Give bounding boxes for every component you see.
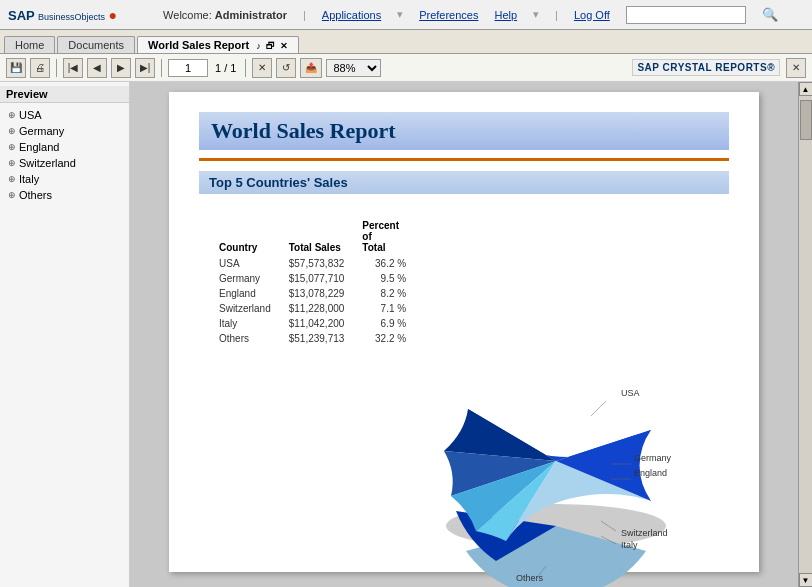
crystal-reports-logo: SAP CRYSTAL REPORTS® xyxy=(632,59,780,76)
sales-switzerland: $11,228,000 xyxy=(281,302,353,315)
help-link[interactable]: Help xyxy=(494,9,517,21)
report-page: World Sales Report Top 5 Countries' Sale… xyxy=(169,92,759,572)
table-row: Germany $15,077,710 9.5 % xyxy=(211,272,414,285)
sap-logo: SAP BusinessObjects ● xyxy=(8,7,117,23)
sales-usa: $57,573,832 xyxy=(281,257,353,270)
logoff-link[interactable]: Log Off xyxy=(574,9,610,21)
sales-others: $51,239,713 xyxy=(281,332,353,345)
preview-header: Preview xyxy=(0,86,129,103)
pct-switzerland: 7.1 % xyxy=(354,302,414,315)
logo-area: SAP BusinessObjects ● xyxy=(8,7,117,23)
applications-link[interactable]: Applications xyxy=(322,9,381,21)
left-panel: Preview ⊕ USA ⊕ Germany ⊕ England ⊕ Swit… xyxy=(0,82,130,587)
switzerland-label: Switzerland xyxy=(621,528,668,538)
sales-italy: $11,042,200 xyxy=(281,317,353,330)
scroll-down-button[interactable]: ▼ xyxy=(799,573,813,587)
search-icon[interactable]: 🔍 xyxy=(762,7,778,22)
tree-item-usa[interactable]: ⊕ USA xyxy=(0,107,129,123)
search-input[interactable] xyxy=(626,6,746,24)
pct-germany: 9.5 % xyxy=(354,272,414,285)
main-area: Preview ⊕ USA ⊕ Germany ⊕ England ⊕ Swit… xyxy=(0,82,812,587)
table-row: Switzerland $11,228,000 7.1 % xyxy=(211,302,414,315)
pct-italy: 6.9 % xyxy=(354,317,414,330)
tree-label-england: England xyxy=(19,141,59,153)
tab-worldsales[interactable]: World Sales Report ♪ 🗗 ✕ xyxy=(137,36,299,53)
pct-others: 32.2 % xyxy=(354,332,414,345)
expand-icon-usa: ⊕ xyxy=(8,110,16,120)
top-bar: SAP BusinessObjects ● Welcome: Administr… xyxy=(0,0,812,30)
sales-table: Country Total Sales Percent of Total USA… xyxy=(209,216,416,347)
report-divider xyxy=(199,158,729,161)
tree-item-switzerland[interactable]: ⊕ Switzerland xyxy=(0,155,129,171)
report-area[interactable]: World Sales Report Top 5 Countries' Sale… xyxy=(130,82,798,587)
tab-home[interactable]: Home xyxy=(4,36,55,53)
pct-usa: 36.2 % xyxy=(354,257,414,270)
export-button[interactable]: 📤 xyxy=(300,58,322,78)
zoom-select[interactable]: 88% 50% 75% 100% 125% 150% xyxy=(326,59,381,77)
sales-england: $13,078,229 xyxy=(281,287,353,300)
tree-label-usa: USA xyxy=(19,109,42,121)
table-row: USA $57,573,832 36.2 % xyxy=(211,257,414,270)
expand-icon-italy: ⊕ xyxy=(8,174,16,184)
usa-label-line xyxy=(591,401,606,416)
country-usa: USA xyxy=(211,257,279,270)
last-page-button[interactable]: ▶| xyxy=(135,58,155,78)
pct-england: 8.2 % xyxy=(354,287,414,300)
tree-label-others: Others xyxy=(19,189,52,201)
toolbar-sep-3 xyxy=(245,59,246,77)
refresh-button[interactable]: ↺ xyxy=(276,58,296,78)
germany-label: Germany xyxy=(634,453,672,463)
tree-label-italy: Italy xyxy=(19,173,39,185)
print-button[interactable]: 🖨 xyxy=(30,58,50,78)
scroll-up-button[interactable]: ▲ xyxy=(799,82,813,96)
save-button[interactable]: 💾 xyxy=(6,58,26,78)
tree-item-germany[interactable]: ⊕ Germany xyxy=(0,123,129,139)
tab-close-icon[interactable]: ✕ xyxy=(280,41,288,51)
prev-page-button[interactable]: ◀ xyxy=(87,58,107,78)
country-others: Others xyxy=(211,332,279,345)
table-row: England $13,078,229 8.2 % xyxy=(211,287,414,300)
italy-label: Italy xyxy=(621,540,638,550)
tab-restore-icon[interactable]: 🗗 xyxy=(266,41,275,51)
close-crystal-button[interactable]: ✕ xyxy=(786,58,806,78)
expand-icon-germany: ⊕ xyxy=(8,126,16,136)
scroll-thumb[interactable] xyxy=(800,100,812,140)
preferences-link[interactable]: Preferences xyxy=(419,9,478,21)
expand-icon-switzerland: ⊕ xyxy=(8,158,16,168)
tree-label-switzerland: Switzerland xyxy=(19,157,76,169)
first-page-button[interactable]: |◀ xyxy=(63,58,83,78)
pie-chart-svg: USA Germany England Switzerland Italy Ot… xyxy=(416,316,696,587)
tab-documents[interactable]: Documents xyxy=(57,36,135,53)
toolbar-sep-1 xyxy=(56,59,57,77)
col-country: Country xyxy=(211,218,279,255)
tab-worldsales-label: World Sales Report xyxy=(148,39,249,51)
tab-bar: Home Documents World Sales Report ♪ 🗗 ✕ xyxy=(0,30,812,54)
col-percent: Percent of Total xyxy=(354,218,414,255)
report-title: World Sales Report xyxy=(211,118,396,143)
tree-item-england[interactable]: ⊕ England xyxy=(0,139,129,155)
welcome-text: Welcome: Administrator xyxy=(163,9,287,21)
scrollbar[interactable]: ▲ ▼ xyxy=(798,82,812,587)
tree-item-others[interactable]: ⊕ Others xyxy=(0,187,129,203)
section-header: Top 5 Countries' Sales xyxy=(199,171,729,194)
country-england: England xyxy=(211,287,279,300)
page-number-input[interactable] xyxy=(168,59,208,77)
tree-item-italy[interactable]: ⊕ Italy xyxy=(0,171,129,187)
report-header-band: World Sales Report xyxy=(199,112,729,150)
toolbar: 💾 🖨 |◀ ◀ ▶ ▶| 1 / 1 ✕ ↺ 📤 88% 50% 75% 10… xyxy=(0,54,812,82)
stop-button[interactable]: ✕ xyxy=(252,58,272,78)
tree-label-germany: Germany xyxy=(19,125,64,137)
expand-icon-england: ⊕ xyxy=(8,142,16,152)
expand-icon-others: ⊕ xyxy=(8,190,16,200)
usa-label: USA xyxy=(621,388,640,398)
table-row: Italy $11,042,200 6.9 % xyxy=(211,317,414,330)
sales-germany: $15,077,710 xyxy=(281,272,353,285)
top-nav: Welcome: Administrator | Applications ▾ … xyxy=(137,6,804,24)
toolbar-sep-2 xyxy=(161,59,162,77)
england-label: England xyxy=(634,468,667,478)
scroll-track[interactable] xyxy=(799,96,813,573)
table-row: Others $51,239,713 32.2 % xyxy=(211,332,414,345)
next-page-button[interactable]: ▶ xyxy=(111,58,131,78)
pie-chart: USA Germany England Switzerland Italy Ot… xyxy=(416,316,709,587)
tab-music-icon: ♪ xyxy=(256,41,261,51)
